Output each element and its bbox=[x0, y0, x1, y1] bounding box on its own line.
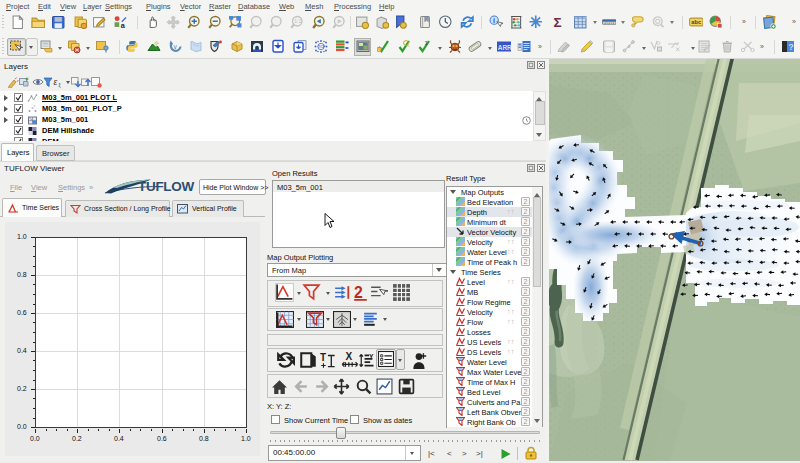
svg-text:abc: abc bbox=[691, 19, 701, 25]
svg-text:V: V bbox=[173, 44, 177, 50]
svg-text:ξ: ξ bbox=[59, 82, 62, 88]
svg-text:Y: Y bbox=[369, 353, 374, 360]
svg-text:1:1: 1:1 bbox=[294, 18, 301, 24]
svg-text:ε: ε bbox=[54, 77, 58, 87]
svg-text:Σ: Σ bbox=[554, 15, 562, 29]
svg-text:i: i bbox=[492, 16, 494, 25]
svg-text:TCF: TCF bbox=[317, 44, 325, 49]
svg-text:2: 2 bbox=[354, 284, 363, 301]
svg-text:T: T bbox=[320, 352, 327, 363]
svg-text:?: ? bbox=[788, 42, 794, 52]
svg-text:TUFLOW: TUFLOW bbox=[138, 179, 194, 194]
svg-text:X: X bbox=[345, 351, 352, 362]
svg-text:ARR: ARR bbox=[497, 44, 510, 51]
svg-text:a: a bbox=[120, 21, 125, 29]
